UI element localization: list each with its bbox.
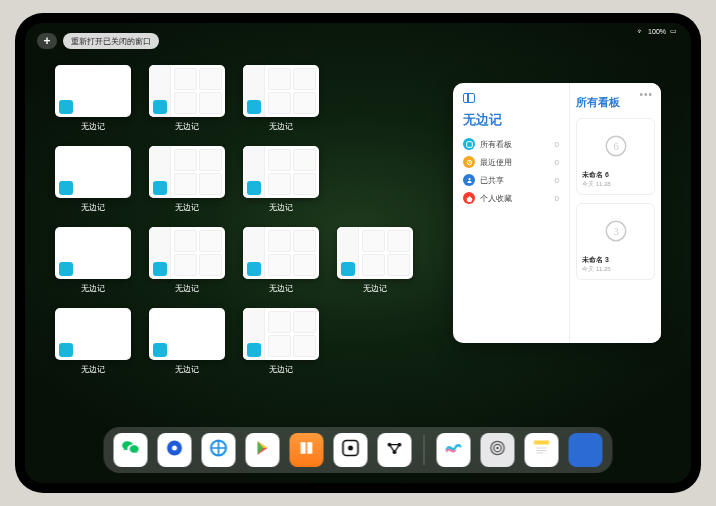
add-button[interactable]: + bbox=[37, 33, 57, 49]
camera-icon bbox=[341, 438, 361, 462]
window-tile-label: 无边记 bbox=[81, 202, 105, 213]
window-tile[interactable]: 无边记 bbox=[55, 227, 131, 294]
sidebar-item[interactable]: 所有看板0 bbox=[463, 135, 559, 153]
sidebar-item-count: 0 bbox=[555, 140, 559, 149]
window-tile-label: 无边记 bbox=[81, 121, 105, 132]
wifi-icon: ᯤ bbox=[637, 28, 644, 35]
window-tile-label: 无边记 bbox=[81, 283, 105, 294]
sidebar-item-icon bbox=[463, 192, 475, 204]
sidebar-item-count: 0 bbox=[555, 194, 559, 203]
ipad-frame: ᯤ 100% ▭ + 重新打开已关闭的窗口 无边记无边记无边记无边记无边记无边记… bbox=[15, 13, 701, 493]
board-card[interactable]: 6未命名 6今天 11:28 bbox=[576, 118, 655, 195]
sidebar-item-icon bbox=[463, 156, 475, 168]
sidebar-item-label: 最近使用 bbox=[480, 157, 512, 168]
svg-point-8 bbox=[172, 446, 177, 451]
svg-text:3: 3 bbox=[613, 226, 618, 237]
svg-text:6: 6 bbox=[613, 141, 618, 152]
board-thumbnail: 3 bbox=[582, 209, 649, 253]
sidebar-item-label: 已共享 bbox=[480, 175, 504, 186]
window-tile[interactable]: 无边记 bbox=[243, 65, 319, 132]
svg-rect-19 bbox=[534, 445, 549, 456]
window-tile-label: 无边记 bbox=[269, 364, 293, 375]
more-icon[interactable]: ••• bbox=[639, 89, 653, 100]
window-tile-label: 无边记 bbox=[269, 121, 293, 132]
dock-app-wechat[interactable] bbox=[114, 433, 148, 467]
window-thumbnail[interactable] bbox=[55, 65, 131, 117]
wechat-icon bbox=[121, 438, 141, 462]
window-tile[interactable]: 无边记 bbox=[149, 146, 225, 213]
screen: ᯤ 100% ▭ + 重新打开已关闭的窗口 无边记无边记无边记无边记无边记无边记… bbox=[25, 23, 691, 483]
browser-icon bbox=[209, 438, 229, 462]
dock-app-books[interactable] bbox=[290, 433, 324, 467]
reopen-closed-window-button[interactable]: 重新打开已关闭的窗口 bbox=[63, 33, 159, 49]
window-thumbnail[interactable] bbox=[243, 146, 319, 198]
window-tile[interactable]: 无边记 bbox=[149, 308, 225, 375]
window-tile[interactable]: 无边记 bbox=[243, 146, 319, 213]
top-controls: + 重新打开已关闭的窗口 bbox=[37, 33, 159, 49]
panel-sidebar: 无边记 所有看板0最近使用0已共享0个人收藏0 bbox=[453, 83, 569, 343]
window-tile[interactable]: 无边记 bbox=[55, 65, 131, 132]
window-thumbnail[interactable] bbox=[55, 146, 131, 198]
window-tile-label: 无边记 bbox=[269, 202, 293, 213]
window-thumbnail[interactable] bbox=[243, 227, 319, 279]
svg-rect-18 bbox=[534, 441, 549, 445]
window-thumbnail[interactable] bbox=[243, 65, 319, 117]
panel-main: ••• 所有看板 6未命名 6今天 11:283未命名 3今天 11:25 bbox=[569, 83, 661, 343]
battery-icon: ▭ bbox=[670, 27, 677, 35]
sidebar-item[interactable]: 已共享0 bbox=[463, 171, 559, 189]
svg-point-11 bbox=[348, 446, 353, 451]
sidebar-item-icon bbox=[463, 174, 475, 186]
sidebar-item[interactable]: 个人收藏0 bbox=[463, 189, 559, 207]
window-tile[interactable]: 无边记 bbox=[55, 308, 131, 375]
sidebar-item-label: 个人收藏 bbox=[480, 193, 512, 204]
battery-label: 100% bbox=[648, 28, 666, 35]
window-tile[interactable]: 无边记 bbox=[337, 227, 413, 294]
dock-app-music[interactable] bbox=[158, 433, 192, 467]
window-tile-label: 无边记 bbox=[175, 121, 199, 132]
window-thumbnail[interactable] bbox=[149, 308, 225, 360]
window-tile-label: 无边记 bbox=[269, 283, 293, 294]
window-thumbnail[interactable] bbox=[149, 65, 225, 117]
panel-title: 无边记 bbox=[463, 111, 559, 129]
window-tile[interactable]: 无边记 bbox=[243, 227, 319, 294]
dock-app-freeform[interactable] bbox=[437, 433, 471, 467]
window-tile-label: 无边记 bbox=[175, 364, 199, 375]
sidebar-item-count: 0 bbox=[555, 158, 559, 167]
window-tile-label: 无边记 bbox=[175, 283, 199, 294]
board-time: 今天 11:28 bbox=[582, 180, 649, 189]
window-switcher-grid: 无边记无边记无边记无边记无边记无边记无边记无边记无边记无边记无边记无边记无边记 bbox=[55, 65, 413, 375]
window-thumbnail[interactable] bbox=[149, 146, 225, 198]
sidebar-toggle-icon[interactable] bbox=[463, 93, 475, 103]
window-thumbnail[interactable] bbox=[337, 227, 413, 279]
board-card[interactable]: 3未命名 3今天 11:25 bbox=[576, 203, 655, 280]
window-thumbnail[interactable] bbox=[243, 308, 319, 360]
board-thumbnail: 6 bbox=[582, 124, 649, 168]
window-tile[interactable]: 无边记 bbox=[55, 146, 131, 213]
window-tile-label: 无边记 bbox=[175, 202, 199, 213]
board-time: 今天 11:25 bbox=[582, 265, 649, 274]
dock-separator bbox=[424, 435, 425, 465]
dock-app-graph[interactable] bbox=[378, 433, 412, 467]
window-tile[interactable]: 无边记 bbox=[149, 65, 225, 132]
dock bbox=[104, 427, 613, 473]
dock-app-app-folder[interactable] bbox=[569, 433, 603, 467]
window-thumbnail[interactable] bbox=[55, 308, 131, 360]
svg-point-17 bbox=[496, 447, 499, 450]
graph-icon bbox=[385, 438, 405, 462]
dock-app-notes[interactable] bbox=[525, 433, 559, 467]
board-name: 未命名 6 bbox=[582, 170, 649, 180]
svg-rect-0 bbox=[466, 141, 472, 147]
dock-app-settings[interactable] bbox=[481, 433, 515, 467]
dock-app-camera[interactable] bbox=[334, 433, 368, 467]
board-name: 未命名 3 bbox=[582, 255, 649, 265]
play-icon bbox=[253, 438, 273, 462]
window-thumbnail[interactable] bbox=[55, 227, 131, 279]
dock-app-browser[interactable] bbox=[202, 433, 236, 467]
window-tile[interactable]: 无边记 bbox=[149, 227, 225, 294]
sidebar-item[interactable]: 最近使用0 bbox=[463, 153, 559, 171]
dock-app-play[interactable] bbox=[246, 433, 280, 467]
window-thumbnail[interactable] bbox=[149, 227, 225, 279]
freeform-panel[interactable]: 无边记 所有看板0最近使用0已共享0个人收藏0 ••• 所有看板 6未命名 6今… bbox=[453, 83, 661, 343]
window-tile[interactable]: 无边记 bbox=[243, 308, 319, 375]
window-tile-label: 无边记 bbox=[363, 283, 387, 294]
